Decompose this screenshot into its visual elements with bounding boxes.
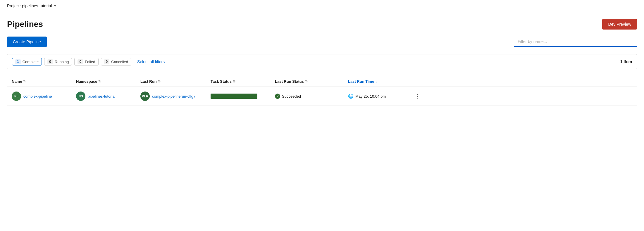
namespace-link[interactable]: pipelines-tutorial [88, 94, 116, 99]
col-last-run-time-sort-icon[interactable]: ↓ [375, 80, 377, 83]
task-progress-bar-container [211, 94, 257, 99]
cell-actions: ⋮ [412, 92, 427, 101]
filter-chip-failed[interactable]: 0 Failed [74, 58, 98, 65]
filter-chip-running[interactable]: 0 Running [44, 58, 72, 65]
top-bar: Project: pipelines-tutorial ▼ [0, 0, 644, 12]
col-namespace-sort-icon[interactable]: ⇅ [98, 80, 101, 83]
col-last-run-sort-icon[interactable]: ⇅ [158, 80, 161, 83]
col-name-sort-icon[interactable]: ⇅ [23, 80, 26, 83]
cell-namespace: NS pipelines-tutorial [76, 92, 140, 101]
failed-label: Failed [85, 60, 95, 64]
cancelled-label: Cancelled [111, 60, 128, 64]
col-task-status: Task Status ⇅ [211, 79, 275, 84]
col-task-status-label: Task Status [211, 79, 232, 84]
cancelled-count: 0 [104, 59, 110, 64]
cell-task-status [211, 94, 275, 99]
page-header: Pipelines Dev Preview [7, 19, 637, 30]
pipelines-table: Name ⇅ Namespace ⇅ Last Run ⇅ Task Statu… [7, 76, 637, 106]
col-last-run-status-label: Last Run Status [275, 79, 304, 84]
create-pipeline-button[interactable]: Create Pipeline [7, 37, 47, 47]
cell-last-run: PLR complex-pipelinerun-cflg7 [140, 92, 211, 101]
select-all-filters-button[interactable]: Select all filters [137, 59, 165, 64]
project-selector[interactable]: Project: pipelines-tutorial ▼ [7, 4, 56, 8]
cell-last-run-status: ✓ Succeeded [275, 94, 348, 99]
namespace-avatar-ns: NS [76, 92, 85, 101]
run-avatar-plr: PLR [140, 92, 150, 101]
col-actions [412, 79, 427, 84]
pipeline-name-link[interactable]: complex-pipeline [23, 94, 52, 99]
row-actions-button[interactable]: ⋮ [412, 92, 422, 101]
project-dropdown-arrow: ▼ [54, 4, 56, 8]
filter-chip-cancelled[interactable]: 0 Cancelled [101, 58, 132, 65]
task-progress-bar [211, 94, 257, 99]
col-name-label: Name [12, 79, 22, 84]
run-time-text: May 25, 10:04 pm [355, 94, 386, 99]
cell-name: PL complex-pipeline [12, 92, 76, 101]
filter-chip-complete[interactable]: 1 Complete [12, 58, 42, 65]
status-text: Succeeded [282, 94, 301, 99]
page-title: Pipelines [7, 20, 43, 29]
table-header: Name ⇅ Namespace ⇅ Last Run ⇅ Task Statu… [7, 76, 637, 87]
dev-preview-button[interactable]: Dev Preview [602, 19, 637, 30]
table-row: PL complex-pipeline NS pipelines-tutoria… [7, 87, 637, 106]
running-label: Running [55, 60, 69, 64]
complete-label: Complete [23, 60, 39, 64]
running-count: 0 [47, 59, 53, 64]
col-last-run-label: Last Run [140, 79, 157, 84]
col-last-run-time-label: Last Run Time [348, 79, 374, 84]
succeeded-check-icon: ✓ [275, 94, 280, 99]
globe-icon: 🌐 [348, 94, 354, 99]
col-name: Name ⇅ [12, 79, 76, 84]
item-count: 1 Item [620, 59, 632, 64]
cell-last-run-time: 🌐 May 25, 10:04 pm [348, 94, 412, 99]
failed-count: 0 [78, 59, 83, 64]
col-last-run: Last Run ⇅ [140, 79, 211, 84]
col-last-run-time: Last Run Time ↓ [348, 79, 412, 84]
main-content: Pipelines Dev Preview Create Pipeline 1 … [0, 12, 644, 106]
complete-count: 1 [15, 59, 21, 64]
pipeline-avatar-pl: PL [12, 92, 21, 101]
project-label-text: Project: pipelines-tutorial [7, 4, 52, 8]
col-last-run-status-sort-icon[interactable]: ⇅ [305, 80, 308, 83]
run-name-link[interactable]: complex-pipelinerun-cflg7 [152, 94, 195, 99]
col-namespace: Namespace ⇅ [76, 79, 140, 84]
col-task-status-sort-icon[interactable]: ⇅ [233, 80, 235, 83]
filter-bar: 1 Complete 0 Running 0 Failed 0 Cancelle… [7, 54, 637, 69]
col-last-run-status: Last Run Status ⇅ [275, 79, 348, 84]
filter-chips: 1 Complete 0 Running 0 Failed 0 Cancelle… [12, 58, 165, 65]
filter-by-name-input[interactable] [514, 37, 637, 47]
toolbar-row: Create Pipeline [7, 37, 637, 47]
col-namespace-label: Namespace [76, 79, 97, 84]
